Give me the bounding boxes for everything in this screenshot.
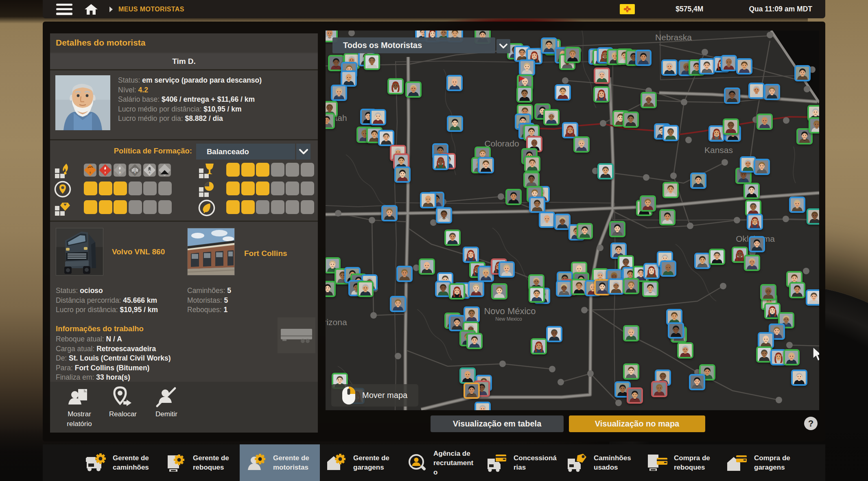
driver-map-marker[interactable] — [498, 261, 515, 278]
nav-item-concession-rias[interactable]: Concessionárias — [480, 444, 560, 481]
breadcrumb[interactable]: MEUS MOTORISTAS — [118, 6, 184, 13]
driver-map-marker[interactable] — [387, 78, 404, 94]
driver-map-marker[interactable] — [555, 84, 571, 101]
driver-map-marker[interactable] — [635, 50, 652, 66]
driver-map-marker[interactable] — [608, 278, 624, 295]
driver-map-marker[interactable] — [758, 332, 774, 348]
driver-map-marker[interactable] — [689, 374, 705, 390]
driver-map-marker[interactable] — [381, 205, 398, 221]
driver-map-marker[interactable] — [370, 109, 386, 125]
driver-map-marker[interactable] — [573, 136, 590, 153]
nav-item-gerente-de-caminh-es[interactable]: Gerente decaminhões — [79, 444, 160, 481]
driver-map-marker[interactable] — [609, 221, 625, 237]
driver-map-marker[interactable] — [641, 92, 657, 108]
driver-map-marker[interactable] — [623, 363, 639, 380]
driver-map-marker[interactable] — [326, 113, 335, 129]
driver-map-marker[interactable] — [642, 281, 658, 297]
driver-map-marker[interactable] — [446, 75, 463, 91]
driver-map-marker[interactable] — [474, 402, 491, 410]
driver-map-marker[interactable] — [519, 59, 535, 76]
driver-map-marker[interactable] — [623, 325, 639, 341]
driver-map-marker[interactable] — [464, 306, 480, 323]
driver-map-marker[interactable] — [690, 173, 706, 189]
driver-map-marker[interactable] — [791, 369, 807, 386]
driver-map-marker[interactable] — [543, 109, 560, 125]
driver-map-marker[interactable] — [562, 122, 578, 138]
driver-map-marker[interactable] — [668, 322, 684, 339]
dismiss-button[interactable]: Demitir — [147, 386, 186, 419]
driver-map-marker[interactable] — [463, 247, 479, 263]
driver-map-marker[interactable] — [405, 81, 422, 98]
table-view-button[interactable]: Visualização em tabela — [431, 415, 564, 432]
driver-map-marker[interactable] — [789, 282, 805, 298]
driver-map-marker[interactable] — [577, 223, 593, 239]
driver-map-marker[interactable] — [464, 383, 480, 399]
nav-item-compra-de-reboques[interactable]: Compra dereboques — [641, 444, 721, 481]
driver-map-marker[interactable] — [357, 281, 374, 297]
driver-map-marker[interactable] — [326, 281, 336, 297]
garage-image[interactable] — [187, 228, 235, 275]
driver-map-marker[interactable] — [444, 230, 461, 246]
driver-map-marker[interactable] — [677, 342, 693, 359]
driver-map-marker[interactable] — [378, 130, 394, 146]
driver-map-marker[interactable] — [760, 284, 776, 300]
nav-item-gerente-de-motoristas[interactable]: Gerente demotoristas — [240, 444, 320, 481]
training-policy-select[interactable]: Balanceado — [196, 144, 295, 160]
driver-map-marker[interactable] — [524, 156, 540, 172]
driver-map-marker[interactable] — [749, 236, 765, 252]
driver-map-marker[interactable] — [419, 258, 435, 275]
home-icon[interactable] — [85, 4, 98, 15]
driver-map-marker[interactable] — [627, 387, 643, 404]
driver-map-marker[interactable] — [747, 214, 763, 230]
driver-map-marker[interactable] — [556, 280, 572, 297]
nav-item-gerente-de-garagens[interactable]: Gerente degaragens — [320, 444, 400, 481]
driver-map-marker[interactable] — [564, 47, 581, 63]
driver-map-marker[interactable] — [660, 260, 676, 277]
driver-map-marker[interactable] — [341, 70, 357, 87]
help-button[interactable]: ? — [804, 417, 818, 430]
driver-map-marker[interactable] — [783, 349, 800, 365]
driver-map-marker[interactable] — [594, 68, 610, 84]
driver-map-marker[interactable] — [554, 214, 571, 230]
driver-map-marker[interactable] — [708, 125, 725, 142]
nav-item-gerente-de-reboques[interactable]: Gerente dereboques — [160, 444, 240, 481]
nav-item-ag-ncia-de-recrutament-o[interactable]: Agência derecrutamento — [400, 444, 480, 481]
show-report-button[interactable]: Mostrarrelatório — [60, 386, 99, 429]
driver-map-marker[interactable] — [744, 255, 760, 271]
relocate-button[interactable]: Realocar — [103, 386, 142, 419]
driver-map-marker[interactable] — [807, 208, 819, 225]
driver-map-marker[interactable] — [505, 189, 522, 205]
driver-map-marker[interactable] — [806, 289, 819, 306]
driver-filter-chevron-icon[interactable] — [496, 39, 510, 53]
driver-map-marker[interactable] — [436, 207, 452, 223]
driver-map-marker[interactable] — [394, 166, 411, 183]
driver-map-marker[interactable] — [364, 54, 380, 70]
truck-name[interactable]: Volvo VNL 860 — [112, 247, 165, 256]
driver-map-marker[interactable] — [459, 367, 476, 384]
menu-icon[interactable] — [56, 4, 72, 15]
driver-map-marker[interactable] — [756, 346, 772, 363]
driver-map-marker[interactable] — [593, 86, 610, 103]
driver-map-marker[interactable] — [694, 253, 711, 269]
driver-map-marker[interactable] — [539, 212, 555, 228]
driver-map-marker[interactable] — [331, 85, 347, 101]
driver-map-marker[interactable] — [516, 86, 533, 103]
driver-map-marker[interactable] — [754, 159, 770, 175]
driver-map-marker[interactable] — [789, 197, 805, 213]
driver-map-marker[interactable] — [809, 117, 819, 133]
driver-map-marker[interactable] — [597, 163, 614, 179]
driver-filter-select[interactable]: Todos os Motoristas — [332, 37, 495, 53]
driver-map-marker[interactable] — [723, 118, 739, 135]
driver-map-marker[interactable] — [662, 182, 679, 198]
drivers-map[interactable]: NebraskatahColoradoKansasOklahomaNovo Mé… — [326, 31, 819, 410]
garage-name[interactable]: Fort Collins — [244, 249, 287, 258]
driver-map-marker[interactable] — [523, 172, 540, 188]
driver-map-marker[interactable] — [748, 83, 765, 99]
driver-map-marker[interactable] — [724, 87, 740, 104]
driver-map-marker[interactable] — [659, 209, 676, 225]
driver-map-marker[interactable] — [529, 286, 545, 303]
driver-map-marker[interactable] — [640, 195, 656, 212]
map-view-button[interactable]: Visualização no mapa — [569, 415, 705, 432]
driver-map-marker[interactable] — [699, 58, 715, 74]
driver-map-marker[interactable] — [546, 326, 562, 342]
